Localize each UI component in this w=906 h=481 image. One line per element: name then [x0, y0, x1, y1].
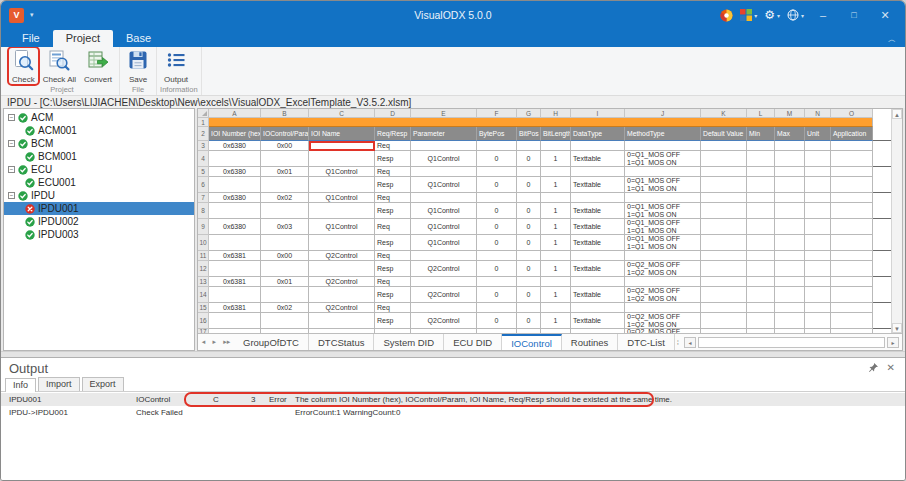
grid-cell[interactable]: [831, 261, 873, 277]
grid-cell[interactable]: [831, 167, 873, 177]
row-number[interactable]: 7: [198, 193, 209, 203]
grid-cell[interactable]: [209, 287, 261, 303]
output-close-icon[interactable]: ✕: [887, 362, 895, 373]
grid-cell[interactable]: Resp: [375, 151, 411, 167]
grid-cell[interactable]: [701, 313, 747, 329]
grid-cell[interactable]: [805, 261, 831, 277]
grid-cell[interactable]: Q1Control: [309, 167, 375, 177]
row-number[interactable]: 12: [198, 261, 209, 277]
grid-cell[interactable]: Q2Control: [309, 277, 375, 287]
column-header-ioi-name[interactable]: IOI Name: [309, 127, 375, 141]
grid-cell[interactable]: [775, 303, 805, 313]
grid-cell[interactable]: 1: [541, 177, 571, 193]
sheet-tab-iocontrol[interactable]: IOControl: [502, 334, 562, 350]
collapse-icon[interactable]: −: [8, 114, 15, 121]
grid-cell[interactable]: [309, 177, 375, 193]
grid-cell[interactable]: [477, 277, 517, 287]
grid-cell[interactable]: [261, 313, 309, 329]
grid-cell[interactable]: 0: [477, 235, 517, 251]
grid-cell[interactable]: [701, 193, 747, 203]
column-letter-A[interactable]: A: [209, 109, 261, 118]
error-highlight-cell[interactable]: [309, 141, 375, 151]
sheet-prev-icon[interactable]: ◂: [202, 338, 206, 346]
grid-cell[interactable]: 1: [541, 313, 571, 329]
grid-cell[interactable]: [477, 141, 517, 151]
grid-cell[interactable]: [775, 313, 805, 329]
row-number[interactable]: 1: [198, 118, 209, 127]
grid-cell[interactable]: [541, 277, 571, 287]
grid-cell[interactable]: [747, 235, 775, 251]
grid-cell[interactable]: [831, 235, 873, 251]
grid-cell[interactable]: [805, 313, 831, 329]
column-letter-I[interactable]: I: [571, 109, 625, 118]
grid-cell[interactable]: [805, 151, 831, 167]
grid-cell[interactable]: 0=Q1_MOS OFF 1=Q1_MOS ON: [625, 203, 701, 219]
grid-cell[interactable]: [411, 251, 477, 261]
grid-cell[interactable]: [261, 177, 309, 193]
output-row[interactable]: IPDU001IOControlC3ErrorThe column IOI Nu…: [1, 393, 905, 406]
grid-cell[interactable]: Texttable: [571, 151, 625, 167]
grid-cell[interactable]: Texttable: [571, 177, 625, 193]
grid-cell[interactable]: [625, 193, 701, 203]
grid-cell[interactable]: [261, 151, 309, 167]
column-letter-C[interactable]: C: [309, 109, 375, 118]
check-all-button[interactable]: Check All: [39, 47, 80, 85]
grid-cell[interactable]: Q2Control: [411, 261, 477, 277]
grid-cell[interactable]: [517, 277, 541, 287]
grid-cell[interactable]: [747, 303, 775, 313]
grid-cell[interactable]: Req: [375, 277, 411, 287]
grid-cell[interactable]: [775, 141, 805, 151]
grid-cell[interactable]: [831, 277, 873, 287]
grid-cell[interactable]: [805, 287, 831, 303]
tree-node-ipdu001[interactable]: IPDU001: [4, 202, 194, 215]
grid-cell[interactable]: [411, 193, 477, 203]
grid-cell[interactable]: Req: [375, 219, 411, 235]
grid-cell[interactable]: [541, 193, 571, 203]
grid-cell[interactable]: [701, 151, 747, 167]
sheet-last-icon[interactable]: ▸▸: [223, 338, 230, 346]
grid-cell[interactable]: 0: [477, 287, 517, 303]
grid-cell[interactable]: Q2Control: [309, 303, 375, 313]
grid-cell[interactable]: [411, 277, 477, 287]
grid-cell[interactable]: [831, 251, 873, 261]
grid-cell[interactable]: [747, 287, 775, 303]
grid-cell[interactable]: [309, 261, 375, 277]
grid-cell[interactable]: 0=Q2_MOS OFF 1=Q2_MOS ON: [625, 287, 701, 303]
grid-cell[interactable]: [747, 177, 775, 193]
row-number[interactable]: 13: [198, 277, 209, 287]
grid-cell[interactable]: [805, 177, 831, 193]
grid-cell[interactable]: 0: [477, 203, 517, 219]
sheet-nav-arrows[interactable]: ◂▸▸▸: [198, 334, 234, 350]
grid-cell[interactable]: [701, 235, 747, 251]
output-tab-info[interactable]: Info: [5, 378, 36, 392]
grid-cell[interactable]: [261, 287, 309, 303]
windows-colors-dropdown[interactable]: ▾: [740, 9, 757, 21]
column-letter-G[interactable]: G: [517, 109, 541, 118]
grid-cell[interactable]: Resp: [375, 203, 411, 219]
grid-cell[interactable]: [571, 277, 625, 287]
grid-cell[interactable]: 0: [517, 261, 541, 277]
column-letter-L[interactable]: L: [747, 109, 775, 118]
grid-cell[interactable]: [309, 151, 375, 167]
grid-cell[interactable]: 1: [541, 261, 571, 277]
grid-cell[interactable]: 1: [541, 203, 571, 219]
grid-cell[interactable]: [209, 151, 261, 167]
column-header-ioi-number-hex-[interactable]: IOI Number (hex): [209, 127, 261, 141]
grid-cell[interactable]: [477, 303, 517, 313]
grid-cell[interactable]: [775, 151, 805, 167]
grid-cell[interactable]: 0: [517, 219, 541, 235]
grid-cell[interactable]: [747, 277, 775, 287]
output-row[interactable]: IPDU->IPDU001Check FailedErrorCount:1 Wa…: [1, 406, 905, 419]
grid-cell[interactable]: Q1Control: [411, 219, 477, 235]
row-number[interactable]: 3: [198, 141, 209, 151]
tree-node-bcm001[interactable]: BCM001: [4, 150, 194, 163]
grid-cell[interactable]: Req: [375, 303, 411, 313]
row-number[interactable]: 6: [198, 177, 209, 193]
grid-cell[interactable]: [209, 177, 261, 193]
grid-cell[interactable]: [701, 141, 747, 151]
grid-cell[interactable]: [831, 303, 873, 313]
grid-cell[interactable]: [477, 167, 517, 177]
grid-cell[interactable]: [209, 235, 261, 251]
grid-cell[interactable]: [831, 151, 873, 167]
column-header-application[interactable]: Application: [831, 127, 873, 141]
